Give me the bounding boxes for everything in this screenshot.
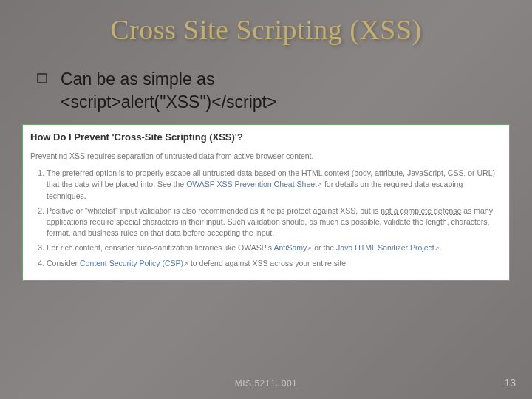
text: . — [440, 243, 442, 252]
text: For rich content, consider auto-sanitiza… — [47, 243, 273, 252]
embed-heading: How Do I Prevent 'Cross-Site Scripting (… — [30, 131, 502, 145]
text: Consider — [47, 259, 80, 267]
text: Positive or "whitelist" input validation… — [47, 206, 381, 215]
slide-title: Cross Site Scripting (XSS) — [0, 0, 532, 46]
list-item: The preferred option is to properly esca… — [47, 168, 502, 202]
link: OWASP XSS Prevention Cheat Sheet — [186, 180, 317, 188]
embedded-article: How Do I Prevent 'Cross-Site Scripting (… — [22, 124, 510, 281]
bullet-row: Can be as simple as <script>alert("XSS")… — [37, 68, 495, 114]
body-area: Can be as simple as <script>alert("XSS")… — [0, 46, 532, 114]
external-link-icon: ↗ — [317, 182, 322, 188]
list-item: For rich content, consider auto-sanitiza… — [47, 242, 502, 253]
external-link-icon: ↗ — [183, 261, 188, 267]
bullet-text: Can be as simple as <script>alert("XSS")… — [61, 68, 276, 114]
bullet-square-icon — [37, 73, 47, 83]
slide-number: 13 — [504, 377, 516, 389]
embed-intro: Preventing XSS requires separation of un… — [30, 151, 502, 162]
bullet-line-2: <script>alert("XSS")</script> — [61, 92, 276, 112]
embed-list: The preferred option is to properly esca… — [30, 168, 502, 269]
underlined-text: not a complete defense — [381, 206, 461, 215]
list-item: Consider Content Security Policy (CSP)↗ … — [47, 258, 502, 269]
footer-course-code: MIS 5211. 001 — [0, 378, 532, 389]
bullet-line-1: Can be as simple as — [61, 69, 214, 89]
external-link-icon: ↗ — [434, 245, 440, 252]
text: to defend against XSS across your entire… — [188, 259, 348, 267]
link: Content Security Policy (CSP) — [80, 259, 183, 267]
list-item: Positive or "whitelist" input validation… — [47, 205, 502, 239]
text: or the — [312, 243, 336, 252]
link: AntiSamy — [273, 243, 307, 252]
link: Java HTML Sanitizer Project — [336, 243, 434, 252]
